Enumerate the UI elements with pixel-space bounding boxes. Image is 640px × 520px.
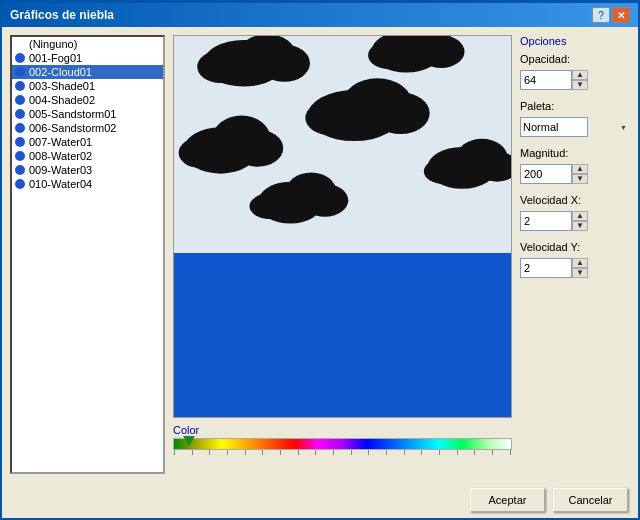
tick — [457, 450, 458, 455]
help-button[interactable]: ? — [592, 7, 610, 23]
color-section: Color — [173, 424, 512, 474]
velocity-y-input[interactable] — [520, 258, 572, 278]
tick — [280, 450, 281, 455]
velocity-y-down-button[interactable]: ▼ — [572, 268, 588, 278]
opacity-down-button[interactable]: ▼ — [572, 80, 588, 90]
velocity-y-up-button[interactable]: ▲ — [572, 258, 588, 268]
list-item-label: 009-Water03 — [29, 164, 92, 176]
list-item-label: 002-Cloud01 — [29, 66, 92, 78]
list-dot-icon — [15, 109, 25, 119]
list-dot-icon — [15, 81, 25, 91]
list-item-label: 004-Shade02 — [29, 94, 95, 106]
tick — [510, 450, 511, 455]
velocity-y-label: Velocidad Y: — [520, 241, 630, 253]
accept-button[interactable]: Aceptar — [470, 488, 545, 512]
svg-point-3 — [197, 50, 243, 83]
list-item[interactable]: 005-Sandstorm01 — [12, 107, 163, 121]
list-dot-none — [15, 39, 25, 49]
velocity-y-spinner-row: ▲ ▼ — [520, 258, 630, 278]
color-label: Color — [173, 424, 512, 436]
tick — [315, 450, 316, 455]
velocity-x-spinner-row: ▲ ▼ — [520, 211, 630, 231]
tick — [421, 450, 422, 455]
list-item[interactable]: 001-Fog01 — [12, 51, 163, 65]
tick — [298, 450, 299, 455]
velocity-x-label: Velocidad X: — [520, 194, 630, 206]
palette-select[interactable]: Normal — [520, 117, 588, 137]
titlebar-left: Gráficos de niebla — [10, 8, 114, 22]
magnitude-spinner-row: ▲ ▼ — [520, 164, 630, 184]
sky-bottom — [174, 253, 511, 417]
list-item-label: (Ninguno) — [29, 38, 77, 50]
velocity-x-spinner-btns: ▲ ▼ — [572, 211, 588, 231]
svg-point-15 — [179, 138, 221, 168]
tick-marks — [173, 450, 512, 455]
tick — [333, 450, 334, 455]
list-dot-icon — [15, 53, 25, 63]
tick — [192, 450, 193, 455]
titlebar: Gráficos de niebla ? ✕ — [2, 3, 638, 27]
tick — [474, 450, 475, 455]
window-title: Gráficos de niebla — [10, 8, 114, 22]
svg-point-11 — [305, 100, 356, 135]
list-item[interactable]: 003-Shade01 — [12, 79, 163, 93]
list-item[interactable]: 002-Cloud01 — [12, 65, 163, 79]
list-item[interactable]: 009-Water03 — [12, 163, 163, 177]
list-item[interactable]: 004-Shade02 — [12, 93, 163, 107]
opacity-spinner-row: ▲ ▼ — [520, 70, 630, 90]
cloud-svg — [174, 36, 511, 253]
opacity-input[interactable] — [520, 70, 572, 90]
options-title: Opciones — [520, 35, 630, 47]
list-item[interactable]: 010-Water04 — [12, 177, 163, 191]
palette-label: Paleta: — [520, 100, 630, 112]
svg-point-6 — [418, 36, 464, 68]
svg-point-19 — [250, 193, 290, 219]
main-content: (Ninguno)001-Fog01002-Cloud01003-Shade01… — [2, 27, 638, 482]
list-item-label: 003-Shade01 — [29, 80, 95, 92]
magnitude-spinner-btns: ▲ ▼ — [572, 164, 588, 184]
fog-list[interactable]: (Ninguno)001-Fog01002-Cloud01003-Shade01… — [10, 35, 165, 474]
magnitude-down-button[interactable]: ▼ — [572, 174, 588, 184]
list-item-label: 005-Sandstorm01 — [29, 108, 116, 120]
opacity-up-button[interactable]: ▲ — [572, 70, 588, 80]
color-bar-container — [173, 438, 512, 468]
opacity-spinner-btns: ▲ ▼ — [572, 70, 588, 90]
tick — [174, 450, 175, 455]
main-window: Gráficos de niebla ? ✕ (Ninguno)001-Fog0… — [0, 0, 640, 520]
list-dot-icon — [15, 151, 25, 161]
velocity-x-down-button[interactable]: ▼ — [572, 221, 588, 231]
svg-point-14 — [232, 129, 283, 166]
options-panel: Opciones Opacidad: ▲ ▼ Paleta: Normal Ma… — [520, 35, 630, 474]
list-item[interactable]: 008-Water02 — [12, 149, 163, 163]
color-bar[interactable] — [173, 438, 512, 450]
tick — [262, 450, 263, 455]
preview-canvas — [173, 35, 512, 418]
list-item[interactable]: 007-Water01 — [12, 135, 163, 149]
list-dot-icon — [15, 123, 25, 133]
tick — [351, 450, 352, 455]
velocity-y-spinner-btns: ▲ ▼ — [572, 258, 588, 278]
list-item-label: 007-Water01 — [29, 136, 92, 148]
svg-point-10 — [372, 92, 430, 134]
palette-select-wrapper: Normal — [520, 117, 630, 137]
list-item[interactable]: (Ninguno) — [12, 37, 163, 51]
preview-area: Color — [173, 35, 512, 474]
velocity-x-up-button[interactable]: ▲ — [572, 211, 588, 221]
list-item-label: 006-Sandstorm02 — [29, 122, 116, 134]
list-item-label: 008-Water02 — [29, 150, 92, 162]
magnitude-up-button[interactable]: ▲ — [572, 164, 588, 174]
svg-point-23 — [424, 159, 464, 185]
magnitude-input[interactable] — [520, 164, 572, 184]
tick — [227, 450, 228, 455]
list-item[interactable]: 006-Sandstorm02 — [12, 121, 163, 135]
close-button[interactable]: ✕ — [612, 7, 630, 23]
list-item-label: 001-Fog01 — [29, 52, 82, 64]
cancel-button[interactable]: Cancelar — [553, 488, 628, 512]
list-dot-icon — [15, 67, 25, 77]
tick — [386, 450, 387, 455]
velocity-x-input[interactable] — [520, 211, 572, 231]
bottom-bar: Aceptar Cancelar — [2, 482, 638, 518]
tick — [368, 450, 369, 455]
svg-point-7 — [368, 41, 410, 69]
opacity-label: Opacidad: — [520, 53, 630, 65]
